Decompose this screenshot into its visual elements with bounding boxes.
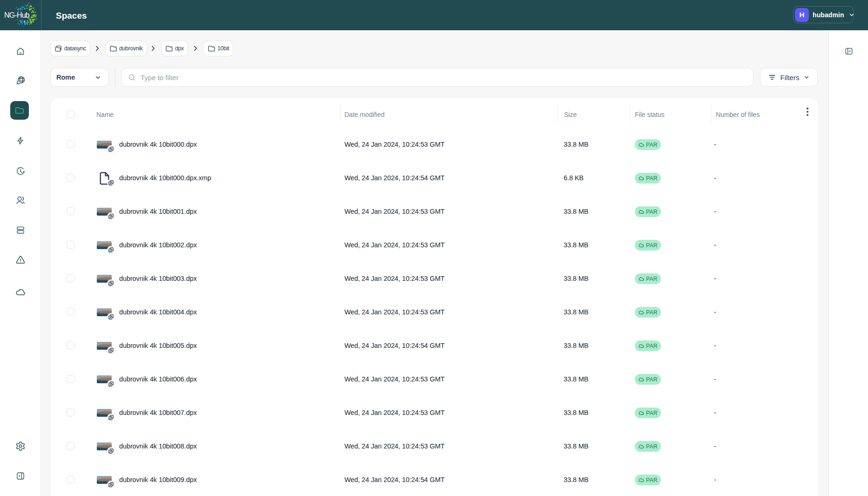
svg-text:NG-Hub: NG-Hub [4, 11, 30, 19]
svg-text:TM: TM [27, 18, 30, 20]
